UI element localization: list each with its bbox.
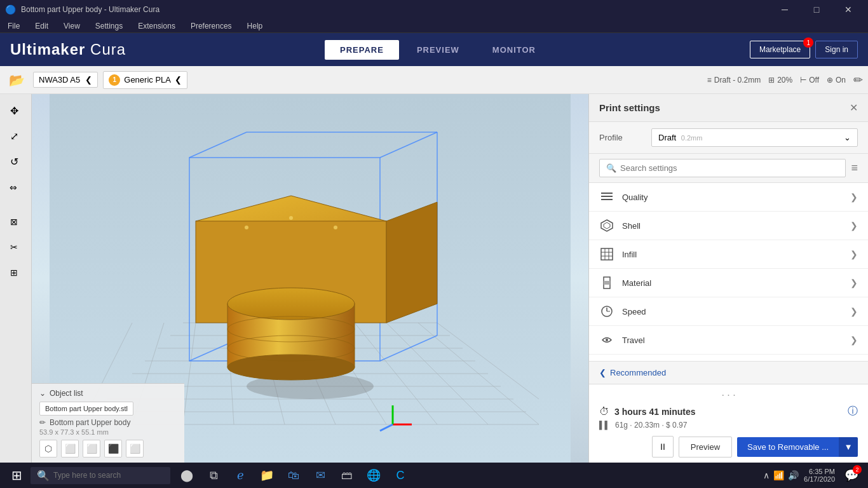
taskbar-icon-cura[interactable]: C [389, 464, 412, 487]
title-bar: 🔵 Bottom part Upper body - Ultimaker Cur… [0, 0, 868, 19]
chevron-icon[interactable]: ∧ [763, 470, 770, 480]
print-settings-panel: Print settings ✕ Profile Draft 0.2mm ⌄ 🔍… [588, 94, 868, 463]
taskbar-icon-mail[interactable]: ✉ [309, 464, 332, 487]
tool-rotate[interactable]: ↺ [4, 150, 27, 173]
category-infill[interactable]: Infill ❯ [589, 240, 868, 269]
adhesion-indicator[interactable]: ⊕ On [827, 76, 846, 85]
filter-button[interactable]: ≡ [851, 161, 858, 175]
taskbar-search-input[interactable] [53, 471, 164, 480]
support-indicator[interactable]: ⊢ Off [800, 76, 819, 85]
info-icon[interactable]: ⓘ [848, 405, 858, 418]
maximize-button[interactable]: □ [802, 0, 831, 19]
save-button[interactable]: Save to Removable ... [737, 437, 839, 457]
category-shell[interactable]: Shell ❯ [589, 212, 868, 240]
svg-point-40 [227, 288, 355, 320]
menu-settings[interactable]: Settings [93, 20, 125, 32]
object-file-tag[interactable]: Bottom part Upper body.stl [39, 402, 133, 416]
printer-name: NWA3D A5 [39, 75, 80, 85]
obj-tool-square1[interactable]: ⬜ [61, 440, 79, 458]
taskbar-sys-icons: ∧ 📶 🔊 [763, 470, 799, 480]
save-button-group: Save to Removable ... ▼ [737, 437, 858, 457]
tool-group[interactable]: ⊞ [4, 261, 27, 283]
3d-viewport[interactable]: ⌄ Object list Bottom part Upper body.stl… [32, 94, 588, 463]
menu-edit[interactable]: Edit [32, 20, 51, 32]
category-travel[interactable]: Travel ❯ [589, 326, 868, 355]
tab-prepare[interactable]: PREPARE [325, 40, 399, 60]
shell-label: Shell [622, 221, 850, 231]
notification-button[interactable]: 💬 2 [840, 464, 863, 487]
taskbar: ⊞ 🔍 ⬤ ⧉ ℯ 📁 🛍 ✉ 🗃 🌐 C ∧ 📶 🔊 6:35 PM 6/17… [0, 463, 868, 488]
nav-tabs: PREPARE PREVIEW MONITOR [325, 40, 551, 60]
category-quality[interactable]: Quality ❯ [589, 183, 868, 212]
taskbar-icon-cortana[interactable]: ⬤ [175, 464, 198, 487]
taskbar-icon-store[interactable]: 🛍 [282, 464, 305, 487]
tool-scale[interactable]: ⤢ [4, 125, 27, 147]
tool-support[interactable]: ⊠ [4, 210, 27, 233]
taskbar-time[interactable]: 6:35 PM 6/17/2020 [804, 468, 835, 483]
tool-mirror[interactable]: ⇔ [4, 175, 27, 198]
profile-selector[interactable]: Draft 0.2mm ⌄ [651, 128, 858, 147]
svg-point-63 [606, 339, 608, 341]
menu-view[interactable]: View [61, 20, 83, 32]
speed-icon [599, 304, 614, 319]
menu-preferences[interactable]: Preferences [188, 20, 234, 32]
taskbar-icon-chrome[interactable]: 🌐 [362, 464, 385, 487]
material-selector[interactable]: 1 Generic PLA ❮ [103, 71, 187, 89]
material-info-row: ▌▌ 61g · 20.33m · $ 0.97 [599, 421, 858, 430]
profile-indicator[interactable]: ≡ Draft - 0.2mm [707, 76, 761, 85]
obj-tool-hex[interactable]: ⬡ [39, 440, 57, 458]
category-cooling[interactable]: ❄ Cooling ❯ [589, 355, 868, 361]
minimize-button[interactable]: ─ [770, 0, 799, 19]
menu-bar: File Edit View Settings Extensions Prefe… [0, 19, 868, 33]
settings-adjust-button[interactable]: ✏ [853, 73, 863, 87]
object-list-toggle[interactable]: ⌄ Object list [39, 389, 177, 398]
pause-button[interactable]: ⏸ [652, 436, 674, 458]
taskbar-search: 🔍 [31, 467, 170, 484]
svg-text:↺: ↺ [10, 156, 18, 167]
tab-preview[interactable]: PREVIEW [402, 40, 475, 60]
menu-extensions[interactable]: Extensions [135, 20, 178, 32]
taskbar-icon-edge[interactable]: ℯ [229, 464, 252, 487]
search-input[interactable] [620, 163, 839, 173]
marketplace-button[interactable]: Marketplace 1 [750, 41, 810, 58]
fill-indicator[interactable]: ⊞ 20% [768, 76, 792, 85]
travel-icon [599, 332, 614, 348]
object-tools: ⬡ ⬜ ⬜ ⬛ ⬜ [39, 440, 177, 458]
close-button[interactable]: ✕ [834, 0, 863, 19]
object-edit-row: ✏ Bottom part Upper body [39, 418, 177, 427]
taskbar-icon-task[interactable]: ⧉ [202, 464, 225, 487]
folder-button[interactable]: 📂 [5, 69, 28, 92]
menu-file[interactable]: File [5, 20, 22, 32]
volume-icon[interactable]: 🔊 [788, 470, 799, 480]
taskbar-icon-photos[interactable]: 🗃 [336, 464, 358, 487]
category-speed[interactable]: Speed ❯ [589, 297, 868, 326]
object-panel: ⌄ Object list Bottom part Upper body.stl… [32, 383, 184, 463]
save-dropdown-button[interactable]: ▼ [839, 437, 858, 457]
start-button[interactable]: ⊞ [5, 464, 28, 487]
preview-button[interactable]: Preview [679, 437, 732, 458]
support-icon: ⊢ [800, 76, 806, 85]
svg-text:⊞: ⊞ [10, 268, 18, 278]
signin-button[interactable]: Sign in [815, 41, 858, 58]
network-icon[interactable]: 📶 [773, 470, 784, 480]
category-material[interactable]: Material ❯ [589, 269, 868, 297]
recommended-button[interactable]: ❮ Recommended [599, 368, 666, 377]
profile-label: Profile [599, 133, 644, 142]
printer-selector[interactable]: NWA3D A5 ❮ [33, 72, 98, 88]
obj-tool-square4[interactable]: ⬜ [126, 440, 144, 458]
obj-tool-square2[interactable]: ⬜ [83, 440, 100, 458]
tool-move[interactable]: ✥ [4, 99, 27, 122]
notification-badge: 2 [853, 465, 862, 474]
close-panel-button[interactable]: ✕ [850, 102, 858, 114]
action-panel: · · · ⏱ 3 hours 41 minutes ⓘ ▌▌ 61g · 20… [589, 384, 868, 463]
tab-monitor[interactable]: MONITOR [477, 40, 551, 60]
taskbar-icon-explorer[interactable]: 📁 [255, 464, 278, 487]
tool-cut[interactable]: ✂ [4, 235, 27, 258]
quality-label: Quality [622, 193, 850, 202]
menu-help[interactable]: Help [245, 20, 266, 32]
chevron-down-icon: ❮ [175, 75, 182, 85]
svg-text:⇔: ⇔ [10, 182, 17, 193]
marketplace-badge: 1 [803, 37, 813, 48]
obj-tool-square3[interactable]: ⬛ [104, 440, 122, 458]
left-sidebar: ✥ ⤢ ↺ ⇔ ⊠ ✂ ⊞ [0, 94, 32, 463]
